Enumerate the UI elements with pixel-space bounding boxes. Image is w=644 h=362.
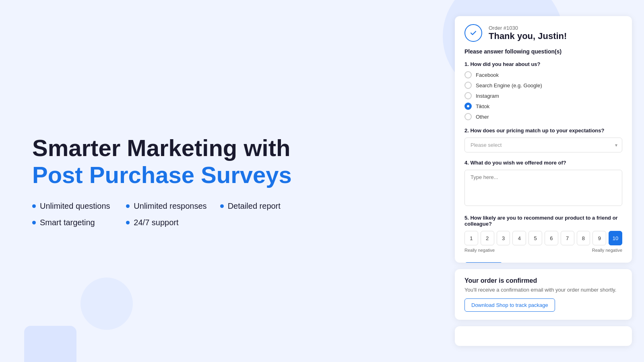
feature-dot	[220, 204, 224, 208]
nps-btn-10[interactable]: 10	[609, 231, 622, 245]
nps-btn-9[interactable]: 9	[592, 231, 606, 245]
radio-instagram-label: Instagram	[476, 93, 499, 99]
radio-search[interactable]: Search Engine (e.g. Google)	[464, 82, 622, 89]
confirm-title: Your order is confirmed	[464, 277, 622, 284]
question-5-label: 5. How likely are you to recommend our p…	[464, 215, 622, 227]
radio-tiktok-label: Tiktok	[476, 103, 489, 109]
right-panel[interactable]: Order #1030 Thank you, Justin! Please an…	[443, 0, 644, 362]
hero-title: Smarter Marketing with Post Purchase Sur…	[32, 135, 411, 188]
feature-label: Unlimited responses	[134, 202, 206, 211]
feature-label: Smart targeting	[40, 218, 95, 227]
radio-tiktok[interactable]: Tiktok	[464, 103, 622, 110]
nps-label-low: Really negative	[464, 248, 495, 253]
feature-dot	[32, 221, 36, 224]
question-2-label: 2. How does our pricing match up to your…	[464, 128, 622, 134]
nps-btn-1[interactable]: 1	[464, 231, 478, 245]
radio-instagram-circle[interactable]	[464, 92, 472, 99]
features-list: Unlimited questionsUnlimited responsesDe…	[32, 202, 306, 227]
wish-textarea[interactable]	[464, 170, 622, 206]
order-header: Order #1030 Thank you, Justin!	[455, 16, 632, 47]
pricing-select[interactable]: Please select Exceeds expectations Meets…	[464, 138, 622, 152]
radio-tiktok-circle[interactable]	[464, 103, 472, 110]
nps-scale: 12345678910	[464, 231, 622, 245]
feature-item: Detailed report	[220, 202, 306, 211]
hero-title-line2: Post Purchase Surveys	[32, 162, 292, 188]
nps-btn-2[interactable]: 2	[481, 231, 494, 245]
radio-facebook-circle[interactable]	[464, 71, 472, 78]
radio-facebook[interactable]: Facebook	[464, 71, 622, 78]
feature-item: Unlimited questions	[32, 202, 118, 211]
nps-labels: Really negative Really negative	[464, 248, 622, 253]
radio-search-label: Search Engine (e.g. Google)	[476, 82, 542, 88]
question-4: 4. What do you wish we offered more of?	[464, 160, 622, 208]
nps-btn-8[interactable]: 8	[577, 231, 590, 245]
partial-card	[455, 326, 632, 346]
order-thank: Thank you, Justin!	[489, 31, 567, 41]
feature-item: 24/7 support	[126, 218, 212, 227]
confirmation-card: Your order is confirmed You'll receive a…	[455, 269, 632, 320]
order-info: Order #1030 Thank you, Justin!	[489, 25, 567, 41]
radio-search-circle[interactable]	[464, 82, 472, 89]
hero-title-line1: Smarter Marketing with	[32, 135, 290, 161]
feature-item: Unlimited responses	[126, 202, 212, 211]
confirm-text: You'll receive a confirmation email with…	[464, 287, 622, 293]
feature-label: Detailed report	[228, 202, 281, 211]
radio-other-circle[interactable]	[464, 113, 472, 120]
feature-dot	[126, 221, 130, 224]
feature-item: Smart targeting	[32, 218, 118, 227]
question-4-label: 4. What do you wish we offered more of?	[464, 160, 622, 166]
radio-other[interactable]: Other	[464, 113, 622, 120]
submit-button[interactable]: Submit	[464, 262, 503, 263]
download-button[interactable]: Download Shop to track package	[464, 298, 555, 312]
nps-label-high: Really negative	[592, 248, 622, 253]
nps-btn-5[interactable]: 5	[528, 231, 542, 245]
left-panel: Smarter Marketing with Post Purchase Sur…	[0, 0, 443, 362]
question-1: 1. How did you hear about us? Facebook S…	[464, 61, 622, 120]
feature-label: 24/7 support	[134, 218, 178, 227]
radio-other-label: Other	[476, 114, 489, 120]
nps-btn-6[interactable]: 6	[545, 231, 558, 245]
radio-instagram[interactable]: Instagram	[464, 92, 622, 99]
survey-body: Please answer following question(s) 1. H…	[455, 47, 632, 263]
check-icon	[464, 24, 482, 42]
nps-btn-4[interactable]: 4	[512, 231, 526, 245]
survey-intro: Please answer following question(s)	[464, 47, 622, 55]
feature-label: Unlimited questions	[40, 202, 110, 211]
nps-btn-3[interactable]: 3	[497, 231, 510, 245]
order-number: Order #1030	[489, 25, 567, 31]
nps-btn-7[interactable]: 7	[561, 231, 574, 245]
question-5: 5. How likely are you to recommend our p…	[464, 215, 622, 253]
select-wrapper[interactable]: Please select Exceeds expectations Meets…	[464, 138, 622, 152]
radio-facebook-label: Facebook	[476, 72, 499, 78]
survey-card: Order #1030 Thank you, Justin! Please an…	[455, 16, 632, 263]
feature-dot	[126, 204, 130, 208]
feature-dot	[32, 204, 36, 208]
question-2: 2. How does our pricing match up to your…	[464, 128, 622, 152]
question-1-label: 1. How did you hear about us?	[464, 61, 622, 67]
